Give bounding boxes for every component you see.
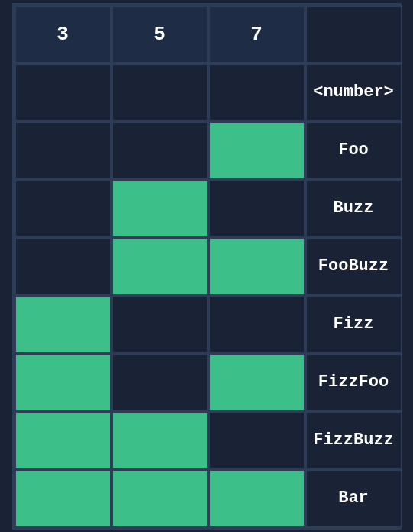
label-row-7: Bar: [305, 469, 402, 527]
cell-row-4-col-0: [15, 295, 111, 353]
cell-row-0-col-0: [15, 63, 111, 121]
cell-row-1-col-1: [111, 121, 208, 179]
label-row-1: Foo: [305, 121, 402, 179]
cell-row-0-col-1: [111, 63, 208, 121]
cell-row-5-col-1: [111, 353, 208, 411]
cell-row-4-col-1: [111, 295, 208, 353]
label-row-0: <number>: [305, 63, 402, 121]
cell-row-3-col-2: [208, 237, 305, 295]
header-col-3: 3: [15, 5, 111, 63]
cell-row-2-col-1: [111, 179, 208, 237]
label-row-3: FooBuzz: [305, 237, 402, 295]
cell-row-0-col-2: [208, 63, 305, 121]
label-row-4: Fizz: [305, 295, 402, 353]
cell-row-2-col-0: [15, 179, 111, 237]
cell-row-4-col-2: [208, 295, 305, 353]
label-row-6: FizzBuzz: [305, 411, 402, 469]
cell-row-5-col-0: [15, 353, 111, 411]
cell-row-6-col-1: [111, 411, 208, 469]
cell-row-2-col-2: [208, 179, 305, 237]
cell-row-1-col-2: [208, 121, 305, 179]
cell-row-7-col-1: [111, 469, 208, 527]
header-col-7: 7: [208, 5, 305, 63]
cell-row-3-col-1: [111, 237, 208, 295]
cell-row-6-col-0: [15, 411, 111, 469]
cell-row-3-col-0: [15, 237, 111, 295]
cell-row-6-col-2: [208, 411, 305, 469]
header-col-5: 5: [111, 5, 208, 63]
cell-row-5-col-2: [208, 353, 305, 411]
label-row-5: FizzFoo: [305, 353, 402, 411]
main-grid: 3 5 7 <number>FooBuzzFooBuzzFizzFizzFooF…: [12, 3, 402, 530]
cell-row-7-col-0: [15, 469, 111, 527]
label-row-2: Buzz: [305, 179, 402, 237]
header-col-label: [305, 5, 402, 63]
cell-row-1-col-0: [15, 121, 111, 179]
cell-row-7-col-2: [208, 469, 305, 527]
